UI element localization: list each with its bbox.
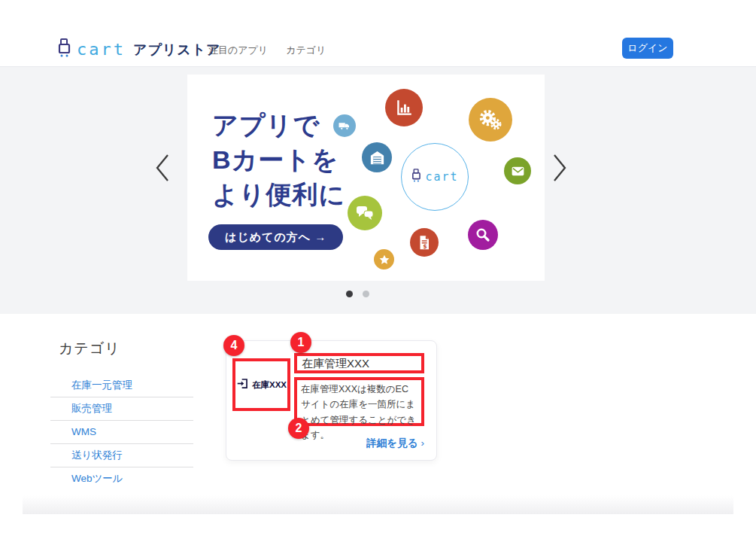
carousel-dots	[346, 291, 369, 297]
category-item-shipping-labels[interactable]: 送り状発行	[50, 444, 193, 467]
bcart-logo-icon	[56, 38, 74, 61]
mail-icon	[504, 157, 531, 184]
category-item-wms[interactable]: WMS	[50, 421, 193, 444]
chevron-right-small-icon: ›	[421, 437, 425, 449]
category-item-sales-management[interactable]: 販売管理	[50, 397, 193, 421]
view-details-link[interactable]: 詳細を見る›	[366, 437, 424, 450]
annotation-box-title: 在庫管理XXX	[294, 353, 424, 373]
logo-cart-text: cart	[77, 40, 126, 59]
chevron-left-icon	[154, 174, 171, 185]
annotation-badge-4: 4	[223, 335, 244, 356]
search-icon	[468, 220, 498, 250]
star-icon	[374, 249, 394, 269]
chevron-right-icon	[551, 174, 568, 185]
bcart-logo-icon-small	[411, 168, 424, 186]
carousel-dot-2[interactable]	[363, 291, 369, 297]
app-card[interactable]: 在庫XXX 在庫管理XXX 在庫管理XXXは複数のECサイトの在庫を一箇所にまと…	[226, 340, 437, 461]
warehouse-icon	[362, 142, 392, 172]
login-button[interactable]: ログイン	[622, 38, 673, 59]
hero-carousel-section: アプリで Bカートを より便利に はじめての方へ →	[0, 67, 756, 314]
annotation-box-description: 在庫管理XXXは複数のECサイトの在庫を一箇所にまとめて管理することができます。	[294, 377, 424, 426]
hero-slide: アプリで Bカートを より便利に はじめての方へ →	[187, 75, 545, 281]
svg-text:$: $	[423, 243, 427, 250]
app-description: 在庫管理XXXは複数のECサイトの在庫を一箇所にまとめて管理することができます。	[297, 380, 421, 444]
carousel-dot-1-active[interactable]	[346, 291, 353, 297]
app-login-arrow-icon	[236, 377, 249, 393]
bcart-logo[interactable]: cart アプリストア	[56, 38, 221, 61]
app-icon-label: 在庫XXX	[252, 379, 287, 391]
nav-featured-apps[interactable]: 注目のアプリ	[208, 44, 268, 57]
app-title: 在庫管理XXX	[297, 356, 421, 372]
carousel-prev-button[interactable]	[151, 152, 174, 185]
bcart-center-badge: cart	[401, 143, 469, 211]
invoice-icon: $	[410, 228, 439, 257]
annotation-badge-2: 2	[288, 418, 309, 439]
bar-chart-icon	[385, 89, 423, 126]
gears-icon	[469, 98, 512, 142]
carousel-next-button[interactable]	[548, 152, 571, 185]
truck-icon	[333, 114, 356, 137]
app-header: cart アプリストア 注目のアプリ カテゴリ ログイン	[0, 0, 756, 67]
chat-icon	[348, 196, 382, 230]
hero-headline: アプリで Bカートを より便利に	[212, 108, 345, 212]
header-nav: 注目のアプリ カテゴリ	[208, 44, 326, 57]
category-sidebar-title: カテゴリ	[59, 339, 120, 358]
category-list: 在庫一元管理 販売管理 WMS 送り状発行 Webツール	[50, 374, 193, 491]
category-item-web-tools[interactable]: Webツール	[50, 467, 193, 491]
nav-categories[interactable]: カテゴリ	[286, 44, 326, 57]
category-item-inventory-unified[interactable]: 在庫一元管理	[50, 374, 193, 397]
center-logo-cart-text: cart	[425, 170, 458, 184]
annotation-badge-1: 1	[290, 332, 311, 353]
footer-edge	[23, 495, 733, 514]
annotation-box-app-icon: 在庫XXX	[232, 358, 290, 411]
beginners-guide-button[interactable]: はじめての方へ →	[208, 224, 343, 250]
